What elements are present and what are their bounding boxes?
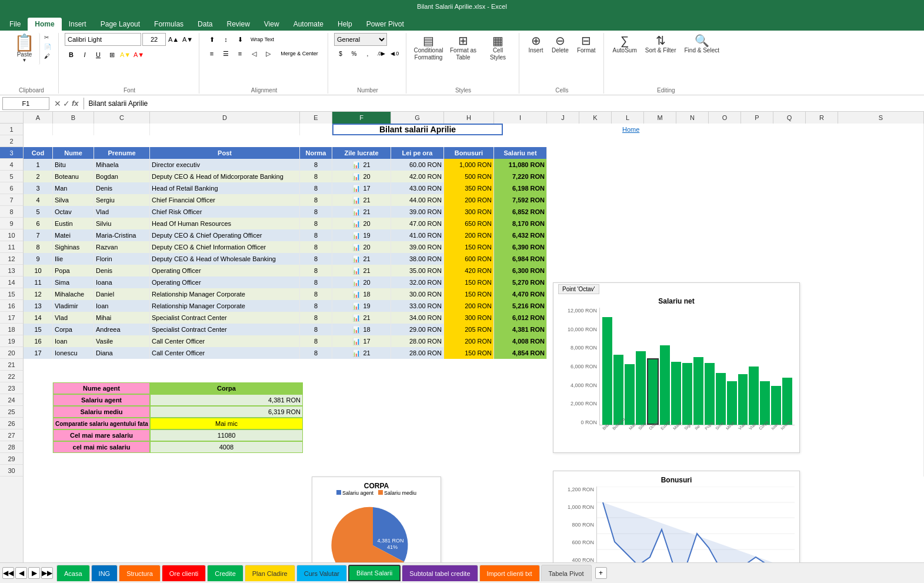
cell-H13[interactable]: 420 RON — [444, 265, 494, 276]
cell-rest-1[interactable]: Home — [503, 124, 924, 135]
cell-A12[interactable]: 9 — [24, 253, 53, 265]
cell-H15[interactable]: 150 RON — [444, 288, 494, 300]
cell-G15[interactable]: 30.00 RON — [391, 288, 444, 300]
cell-E7[interactable]: 8 — [300, 194, 332, 206]
row-27[interactable]: 27 — [0, 429, 23, 441]
cell-D5[interactable]: Deputy CEO & Head of Midcorporate Bankin… — [150, 171, 300, 182]
col-header-I[interactable]: I — [494, 112, 547, 124]
cell-G3[interactable]: Lei pe ora — [391, 147, 444, 159]
cell-H4[interactable]: 1,000 RON — [444, 159, 494, 171]
cell-I7[interactable]: 7,592 RON — [494, 194, 547, 206]
cell-E19[interactable]: 8 — [300, 335, 332, 347]
cell-D25[interactable]: 6,319 RON — [150, 406, 303, 418]
cell-C11[interactable]: Razvan — [94, 241, 150, 253]
cell-D3[interactable]: Post — [150, 147, 300, 159]
cell-rest-6[interactable] — [547, 182, 924, 194]
tab-review[interactable]: Review — [219, 18, 256, 31]
cell-B15[interactable]: Mihalache — [53, 288, 94, 300]
cell-BC23[interactable]: Nume agent — [53, 382, 150, 394]
cell-F3[interactable]: Zile lucrate — [332, 147, 391, 159]
sheet-nav-left[interactable]: ◀◀ — [2, 567, 14, 579]
cell-F11[interactable]: 📊20 — [332, 241, 391, 253]
sheet-tab-subtotal[interactable]: Subtotal tabel credite — [402, 565, 478, 581]
col-header-G[interactable]: G — [391, 112, 444, 124]
sheet-tab-plan-cladire[interactable]: Plan Cladire — [245, 565, 295, 581]
sheet-nav-next[interactable]: ▶ — [28, 567, 40, 579]
cell-I12[interactable]: 6,984 RON — [494, 253, 547, 265]
cell-B4[interactable]: Bitu — [53, 159, 94, 171]
comma-button[interactable]: , — [361, 47, 374, 60]
row-30[interactable]: 30 — [0, 465, 23, 477]
cell-F5[interactable]: 📊20 — [332, 171, 391, 182]
col-header-L[interactable]: L — [612, 112, 644, 124]
cell-C4[interactable]: Mihaela — [94, 159, 150, 171]
cell-G18[interactable]: 29.00 RON — [391, 324, 444, 335]
cell-D17[interactable]: Specialist Contract Center — [150, 312, 300, 324]
cell-I9[interactable]: 8,170 RON — [494, 218, 547, 229]
wrap-text-button[interactable]: Wrap Text — [248, 33, 277, 46]
cell-D19[interactable]: Call Center Officer — [150, 335, 300, 347]
tab-help[interactable]: Help — [331, 18, 359, 31]
cell-C10[interactable]: Maria-Cristina — [94, 229, 150, 241]
cell-B17[interactable]: Vlad — [53, 312, 94, 324]
cell-E5[interactable]: 8 — [300, 171, 332, 182]
cell-D15[interactable]: Relationship Manager Corporate — [150, 288, 300, 300]
cell-F17[interactable]: 📊21 — [332, 312, 391, 324]
cut-button[interactable]: ✂ — [42, 33, 54, 42]
cell-D20[interactable]: Call Center Officer — [150, 347, 300, 359]
cell-I6[interactable]: 6,198 RON — [494, 182, 547, 194]
cell-D27[interactable]: 11080 — [150, 429, 303, 441]
cell-G4[interactable]: 60.00 RON — [391, 159, 444, 171]
cell-H9[interactable]: 650 RON — [444, 218, 494, 229]
cell-C8[interactable]: Vlad — [94, 206, 150, 218]
cell-B1[interactable] — [53, 124, 94, 135]
tab-formulas[interactable]: Formulas — [147, 18, 191, 31]
cell-D26[interactable]: Mai mic — [150, 418, 303, 429]
merge-center-button[interactable]: Merge & Center — [276, 47, 323, 60]
cell-A6[interactable]: 3 — [24, 182, 53, 194]
col-header-E[interactable]: E — [300, 112, 332, 124]
cell-C14[interactable]: Ioana — [94, 276, 150, 288]
cell-B9[interactable]: Eustin — [53, 218, 94, 229]
increase-font-button[interactable]: A▲ — [167, 33, 180, 46]
underline-button[interactable]: U — [92, 48, 105, 61]
cell-G19[interactable]: 28.00 RON — [391, 335, 444, 347]
format-painter-button[interactable]: 🖌 — [42, 52, 54, 61]
cell-B18[interactable]: Corpa — [53, 324, 94, 335]
cell-H20[interactable]: 150 RON — [444, 347, 494, 359]
insert-button[interactable]: ⊕ Insert — [525, 33, 546, 56]
format-button[interactable]: ⊟ Format — [574, 33, 599, 56]
cell-D4[interactable]: Director executiv — [150, 159, 300, 171]
row-22[interactable]: 22 — [0, 371, 23, 382]
cell-D9[interactable]: Head Of Human Resources — [150, 218, 300, 229]
cell-A27[interactable] — [24, 429, 53, 441]
cell-G5[interactable]: 42.00 RON — [391, 171, 444, 182]
cell-C7[interactable]: Sergiu — [94, 194, 150, 206]
cell-F7[interactable]: 📊21 — [332, 194, 391, 206]
cell-G17[interactable]: 34.00 RON — [391, 312, 444, 324]
increase-decimal-button[interactable]: .0▶ — [375, 47, 388, 60]
col-header-F[interactable]: F — [332, 112, 391, 124]
row-7[interactable]: 7 — [0, 194, 23, 206]
col-header-O[interactable]: O — [709, 112, 741, 124]
cell-G10[interactable]: 41.00 RON — [391, 229, 444, 241]
cell-H17[interactable]: 300 RON — [444, 312, 494, 324]
cell-A9[interactable]: 6 — [24, 218, 53, 229]
row-8[interactable]: 8 — [0, 206, 23, 218]
cell-H14[interactable]: 150 RON — [444, 276, 494, 288]
cell-A16[interactable]: 13 — [24, 300, 53, 312]
align-center-button[interactable]: ☰ — [219, 47, 232, 60]
cell-I5[interactable]: 7,220 RON — [494, 171, 547, 182]
row-13[interactable]: 13 — [0, 265, 23, 276]
cell-rest-13[interactable] — [547, 265, 924, 276]
col-header-M[interactable]: M — [644, 112, 676, 124]
row-1[interactable]: 1 — [0, 124, 23, 135]
cell-E9[interactable]: 8 — [300, 218, 332, 229]
align-bottom-button[interactable]: ⬇ — [233, 33, 246, 46]
cell-B10[interactable]: Matei — [53, 229, 94, 241]
cell-A20[interactable]: 17 — [24, 347, 53, 359]
align-middle-button[interactable]: ↕ — [219, 33, 232, 46]
row-25[interactable]: 25 — [0, 406, 23, 418]
row-26[interactable]: 26 — [0, 418, 23, 429]
tab-data[interactable]: Data — [191, 18, 219, 31]
